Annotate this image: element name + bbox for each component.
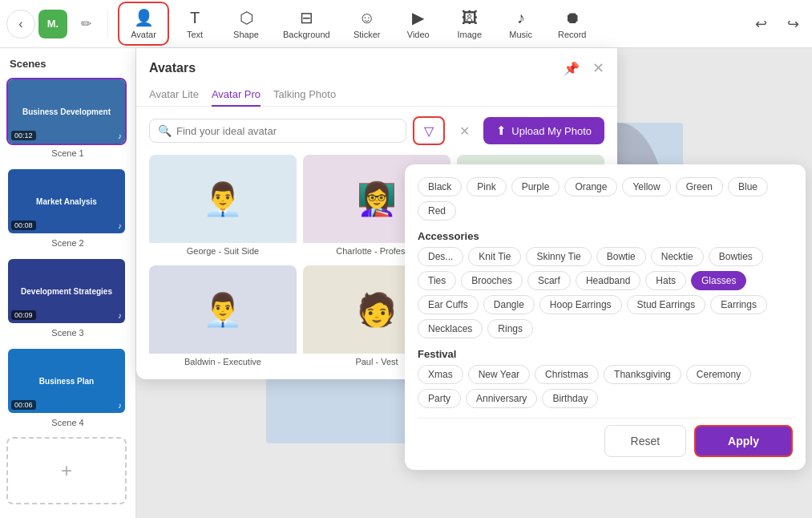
color-tag-blue[interactable]: Blue [728, 177, 768, 196]
acc-tag-17[interactable]: Necklaces [418, 319, 483, 338]
scene-list: Business Development 00:12 ♪ Scene 1 Mar… [6, 78, 129, 427]
shape-label: Shape [233, 30, 259, 39]
acc-tag-0[interactable]: Des... [418, 247, 463, 266]
scenes-title: Scenes [6, 58, 129, 70]
toolbar-item-video[interactable]: ▶ Video [393, 2, 444, 46]
search-row: 🔍 ▽ ✕ ⬆ Upload My Photo [136, 107, 617, 155]
acc-tag-7[interactable]: Brooches [461, 271, 523, 290]
search-wrap: 🔍 [149, 119, 406, 143]
toolbar-item-background[interactable]: ⊟ Background [272, 2, 341, 46]
shape-icon: ⬡ [240, 8, 253, 27]
acc-tag-11[interactable]: Glasses [691, 271, 746, 290]
acc-tag-4[interactable]: Necktie [651, 247, 704, 266]
fest-tag-5[interactable]: Party [418, 389, 461, 408]
fest-tag-6[interactable]: Anniversary [466, 389, 537, 408]
color-tag-orange[interactable]: Orange [564, 177, 617, 196]
scene-item-1[interactable]: Business Development 00:12 ♪ Scene 1 [6, 78, 129, 158]
tab-avatar-pro[interactable]: Avatar Pro [212, 83, 261, 107]
toolbar-items: 👤 AvatarT Text⬡ Shape⊟ Background☺ Stick… [118, 2, 598, 46]
project-icon: M. [38, 10, 67, 38]
color-tag-yellow[interactable]: Yellow [622, 177, 670, 196]
toolbar-item-text[interactable]: T Text [169, 2, 220, 46]
acc-tag-1[interactable]: Knit Tie [468, 247, 521, 266]
acc-tag-3[interactable]: Bowtie [596, 247, 646, 266]
fest-tag-2[interactable]: Christmas [535, 365, 599, 384]
panel-header: Avatars 📌 ✕ [136, 48, 617, 77]
edit-icon[interactable]: ✏ [74, 12, 98, 36]
festival-title: Festival [418, 348, 793, 360]
music-label: Music [509, 30, 532, 39]
text-icon: T [190, 9, 200, 27]
acc-tag-9[interactable]: Headband [576, 271, 640, 290]
fest-tag-0[interactable]: Xmas [418, 365, 463, 384]
avatar-name-0: George - Suit Side [149, 243, 297, 259]
add-scene-button[interactable]: + [6, 437, 127, 504]
acc-tag-16[interactable]: Earrings [710, 295, 767, 314]
image-label: Image [457, 30, 482, 39]
toolbar-item-record[interactable]: ⏺ Record [547, 2, 598, 46]
scene-item-4[interactable]: Business Plan 00:06 ♪ Scene 4 [6, 347, 129, 427]
fest-tag-1[interactable]: New Year [468, 365, 530, 384]
apply-button[interactable]: Apply [694, 425, 793, 457]
acc-tag-18[interactable]: Rings [487, 319, 533, 338]
accessories-title: Accessories [418, 230, 793, 242]
filter-clear-button[interactable]: ✕ [451, 116, 477, 145]
pin-icon[interactable]: 📌 [564, 61, 580, 76]
reset-button[interactable]: Reset [604, 425, 687, 457]
color-tag-black[interactable]: Black [418, 177, 462, 196]
toolbar-item-music[interactable]: ♪ Music [495, 2, 547, 46]
acc-tag-5[interactable]: Bowties [709, 247, 763, 266]
color-tag-purple[interactable]: Purple [511, 177, 560, 196]
scene-item-2[interactable]: Market Analysis 00:08 ♪ Scene 2 [6, 168, 129, 248]
avatar-name-3: Baldwin - Executive [149, 354, 297, 370]
video-icon: ▶ [412, 8, 424, 27]
scene-label-1: Scene 1 [6, 148, 129, 158]
toolbar-item-shape[interactable]: ⬡ Shape [220, 2, 272, 46]
fest-tag-3[interactable]: Thanksgiving [604, 365, 681, 384]
color-tag-pink[interactable]: Pink [467, 177, 506, 196]
toolbar-item-image[interactable]: 🖼 Image [444, 2, 495, 46]
tab-avatar-lite[interactable]: Avatar Lite [149, 83, 199, 107]
fest-tag-7[interactable]: Birthday [542, 389, 598, 408]
color-tag-green[interactable]: Green [676, 177, 723, 196]
add-scene-item: + [6, 437, 129, 504]
color-tag-red[interactable]: Red [418, 201, 456, 221]
search-input[interactable] [176, 125, 398, 137]
colors-section: BlackPinkPurpleOrangeYellowGreenBlueRed [418, 177, 793, 221]
accessories-tags: Des...Knit TieSkinny TieBowtieNecktieBow… [418, 247, 793, 338]
scene-time-1: 00:12 [11, 131, 36, 140]
tab-talking-photo[interactable]: Talking Photo [273, 83, 336, 107]
search-icon: 🔍 [158, 124, 172, 137]
scene-label-3: Scene 3 [6, 328, 129, 338]
filter-button[interactable]: ▽ [413, 116, 445, 145]
fest-tag-4[interactable]: Ceremony [686, 365, 751, 384]
avatar-card-3[interactable]: 👨‍💼 Baldwin - Executive [149, 265, 297, 370]
scene-thumb-4: Business Plan 00:06 ♪ [6, 347, 127, 415]
acc-tag-15[interactable]: Stud Earrings [627, 295, 706, 314]
scene-item-3[interactable]: Development Strategies 00:09 ♪ Scene 3 [6, 257, 129, 338]
color-tags: BlackPinkPurpleOrangeYellowGreenBlueRed [418, 177, 793, 221]
panel-tabs: Avatar Lite Avatar Pro Talking Photo [136, 77, 617, 107]
acc-tag-6[interactable]: Ties [418, 271, 456, 290]
upload-my-photo-button[interactable]: ⬆ Upload My Photo [483, 117, 604, 144]
scene-music-2: ♪ [118, 221, 122, 230]
acc-tag-12[interactable]: Ear Cuffs [418, 295, 479, 314]
acc-tag-13[interactable]: Dangle [483, 295, 535, 314]
redo-button[interactable]: ↪ [780, 11, 806, 37]
panel-title: Avatars [149, 61, 557, 75]
toolbar-item-avatar[interactable]: 👤 Avatar [118, 2, 169, 46]
scene-thumb-3: Development Strategies 00:09 ♪ [6, 257, 127, 325]
festival-tags: XmasNew YearChristmasThanksgivingCeremon… [418, 365, 793, 408]
acc-tag-10[interactable]: Hats [645, 271, 686, 290]
acc-tag-14[interactable]: Hoop Earrings [539, 295, 622, 314]
avatar-card-0[interactable]: 👨‍💼 George - Suit Side [149, 155, 297, 259]
undo-button[interactable]: ↩ [748, 11, 774, 37]
acc-tag-8[interactable]: Scarf [527, 271, 571, 290]
scene-music-4: ♪ [118, 401, 122, 410]
back-button[interactable]: ‹ [6, 10, 35, 38]
close-button[interactable]: ✕ [592, 59, 604, 77]
main-area: Scenes Business Development 00:12 ♪ Scen… [0, 48, 812, 518]
acc-tag-2[interactable]: Skinny Tie [526, 247, 591, 266]
toolbar-right: ↩ ↪ [748, 11, 806, 37]
toolbar-item-sticker[interactable]: ☺ Sticker [341, 2, 393, 46]
